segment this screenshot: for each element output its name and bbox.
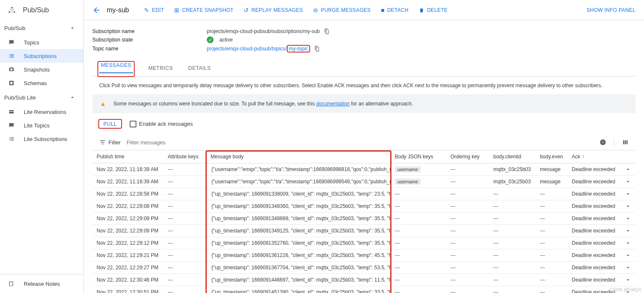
sidebar-group-title[interactable]: Pub/Sub — [0, 20, 83, 36]
json-key-chip: username — [395, 166, 421, 172]
purge-messages-button[interactable]: ⊖PURGE MESSAGES — [310, 4, 374, 16]
expand-row[interactable] — [620, 213, 636, 225]
copy-icon[interactable] — [323, 28, 330, 35]
filter-input[interactable] — [126, 139, 594, 146]
expand-row[interactable] — [620, 176, 636, 188]
sidebar-footer: Release Notes — [0, 274, 83, 293]
tab-details[interactable]: DETAILS — [186, 61, 212, 76]
table-header-row: Publish time Attribute keys Message body… — [92, 150, 636, 163]
tabs: MESSAGES METRICS DETAILS — [92, 61, 636, 77]
show-info-panel-button[interactable]: SHOW INFO PANEL — [586, 7, 636, 13]
edit-button[interactable]: ✎EDIT — [141, 4, 167, 16]
filter-row: Filter ? — [92, 135, 636, 150]
content: Subscription name projects/emqx-cloud-pu… — [84, 20, 644, 293]
truncate-banner: ▲ Some messages or columns were truncate… — [92, 94, 636, 113]
highlight-pull-button: PULL — [98, 119, 122, 129]
tab-metrics[interactable]: METRICS — [147, 61, 175, 76]
expand-row[interactable] — [620, 163, 636, 176]
svg-point-6 — [11, 12, 12, 13]
schema-icon — [8, 79, 15, 87]
table-row: Nov 22, 2022, 12:28:58 PM — {"up_timesta… — [92, 188, 636, 200]
col-clientid[interactable]: body.clientid — [489, 150, 536, 163]
expand-row[interactable] — [620, 200, 636, 213]
documentation-link[interactable]: documentation — [316, 101, 350, 107]
expand-row[interactable] — [620, 188, 636, 200]
svg-rect-12 — [625, 140, 626, 144]
filter-button[interactable]: Filter — [99, 139, 121, 146]
page-title: my-sub — [107, 6, 129, 14]
service-name: Pub/Sub — [23, 6, 49, 14]
columns-icon[interactable] — [622, 139, 629, 146]
col-attr[interactable]: Attribute keys — [164, 150, 206, 163]
status-check-icon: ✓ — [207, 36, 214, 43]
sidebar-item-topics[interactable]: Topics — [0, 36, 83, 49]
release-icon — [8, 280, 15, 287]
chevron-up-icon — [69, 25, 76, 31]
detach-icon: ■ — [381, 7, 385, 14]
svg-rect-8 — [10, 82, 12, 84]
detail-sub-name: Subscription name projects/emqx-cloud-pu… — [92, 27, 636, 36]
sidebar-item-label: Subscriptions — [24, 53, 57, 59]
table-row: Nov 22, 2022, 12:30:51 PM — {"up_timesta… — [92, 286, 636, 293]
delete-button[interactable]: DELETE — [415, 5, 451, 16]
sidebar: Pub/Sub Pub/SubTopicsSubscriptionsSnapsh… — [0, 0, 84, 293]
sidebar-item-lite-topics[interactable]: Lite Topics — [0, 119, 83, 132]
col-ordering[interactable]: Ordering key — [446, 150, 489, 163]
chat-icon — [8, 122, 15, 129]
purge-icon: ⊖ — [313, 7, 318, 14]
list-icon — [8, 135, 15, 143]
snapshot-icon — [8, 66, 15, 73]
detail-state: Subscription state ✓ active — [92, 36, 636, 44]
col-body[interactable]: Message body — [206, 150, 391, 163]
messages-table: Publish time Attribute keys Message body… — [92, 150, 636, 293]
table-row: Nov 22, 2022, 12:30:46 PM — {"up_timesta… — [92, 274, 636, 286]
sidebar-item-lite-reservations[interactable]: Lite Reservations — [0, 105, 83, 119]
pull-button[interactable]: PULL — [102, 120, 119, 128]
table-row: Nov 22, 2022, 12:29:09 PM — {"up_timesta… — [92, 225, 636, 237]
detach-button[interactable]: ■DETACH — [378, 4, 412, 16]
table-row: Nov 22, 2022, 11:16:39 AM — {"username":… — [92, 176, 636, 188]
sidebar-item-label: Topics — [24, 39, 39, 46]
expand-row[interactable] — [620, 286, 636, 293]
pencil-icon: ✎ — [144, 7, 149, 14]
topic-link[interactable]: projects/emqx-cloud-pubsub/topics/my-top… — [207, 46, 310, 52]
table-row: Nov 22, 2022, 12:29:27 PM — {"up_timesta… — [92, 262, 636, 274]
table-row: Nov 22, 2022, 12:29:08 PM — {"up_timesta… — [92, 200, 636, 213]
highlight-topic-suffix: my-topic — [287, 45, 310, 53]
col-publish[interactable]: Publish time — [92, 150, 164, 163]
sidebar-group-title[interactable]: Pub/Sub Lite — [0, 90, 83, 105]
enable-ack-checkbox[interactable] — [130, 121, 136, 127]
sidebar-item-label: Lite Topics — [24, 122, 50, 129]
topbar: my-sub ✎EDIT ⊞CREATE SNAPSHOT ↺REPLAY ME… — [84, 0, 644, 20]
chat-icon — [8, 39, 15, 46]
sidebar-item-label: Lite Subscriptions — [24, 136, 67, 142]
sidebar-item-subscriptions[interactable]: Subscriptions — [0, 49, 83, 63]
copy-icon[interactable] — [314, 45, 320, 52]
expand-row[interactable] — [620, 225, 636, 237]
svg-point-0 — [11, 7, 13, 8]
svg-point-1 — [8, 11, 10, 13]
expand-row[interactable] — [620, 262, 636, 274]
tab-messages[interactable]: MESSAGES — [99, 58, 133, 73]
col-json[interactable]: Body JSON keys — [391, 150, 446, 163]
sidebar-item-label: Snapshots — [24, 66, 50, 73]
sidebar-item-lite-subscriptions[interactable]: Lite Subscriptions — [0, 132, 83, 146]
sidebar-item-schemas[interactable]: Schemas — [0, 76, 83, 90]
back-button[interactable] — [92, 6, 101, 14]
svg-rect-11 — [623, 140, 625, 144]
create-snapshot-button[interactable]: ⊞CREATE SNAPSHOT — [171, 4, 237, 16]
trash-icon — [419, 7, 425, 13]
expand-row[interactable] — [620, 249, 636, 262]
sidebar-item-snapshots[interactable]: Snapshots — [0, 63, 83, 76]
expand-row[interactable] — [620, 274, 636, 286]
sidebar-item-release-notes[interactable]: Release Notes — [0, 274, 83, 293]
col-even[interactable]: body.even — [536, 150, 567, 163]
messages-table-wrap: Publish time Attribute keys Message body… — [92, 150, 636, 293]
pubsub-logo-icon — [7, 5, 17, 15]
col-ack[interactable]: Ack↑ — [567, 150, 620, 163]
enable-ack-label[interactable]: Enable ack messages — [130, 121, 193, 127]
svg-text:?: ? — [602, 141, 604, 144]
help-icon[interactable]: ? — [600, 139, 606, 146]
expand-row[interactable] — [620, 237, 636, 249]
replay-messages-button[interactable]: ↺REPLAY MESSAGES — [240, 4, 306, 16]
